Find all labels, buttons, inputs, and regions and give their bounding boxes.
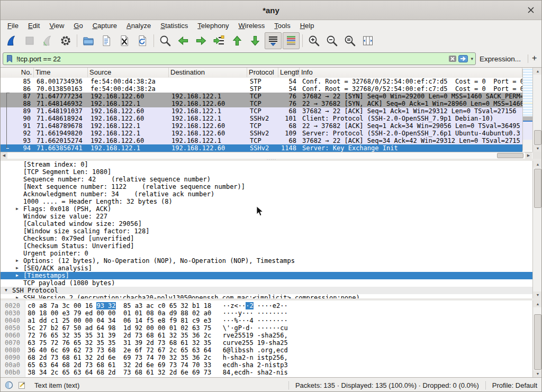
open-file-button[interactable] <box>80 32 97 49</box>
column-header-length[interactable]: Length <box>278 68 300 77</box>
scroll-down-arrow[interactable]: ▼ <box>533 145 542 152</box>
hex-row[interactable]: 0070 63 75 72 76 65 32 35 35 31 39 2d 73… <box>1 339 542 347</box>
packet-row[interactable]: 8971.648191037192.168.122.60192.168.122.… <box>1 107 522 115</box>
detail-row[interactable]: [Stream index: 0] <box>1 161 542 168</box>
status-profile[interactable]: Profile: Default <box>485 381 537 389</box>
display-filter-input[interactable]: !tcp.port == 22 ▾ <box>3 52 476 65</box>
hex-row[interactable]: 00b0 38 34 2c 65 63 64 68 2d 73 68 61 32… <box>1 369 542 376</box>
scroll-thumb[interactable] <box>534 169 541 208</box>
colorize-toggle-button[interactable] <box>283 32 300 49</box>
detail-row[interactable]: [Calculated window size: 29056] <box>1 220 542 227</box>
scroll-right-arrow[interactable]: ▶ <box>525 152 532 159</box>
zoom-out-button[interactable] <box>323 32 340 49</box>
zoom-in-button[interactable] <box>305 32 322 49</box>
scroll-thumb[interactable] <box>534 130 541 145</box>
menu-statistics[interactable]: Statistics <box>156 21 193 31</box>
close-icon[interactable] <box>527 6 535 14</box>
column-header-protocol[interactable]: Protocol <box>247 68 278 77</box>
menu-capture[interactable]: Capture <box>88 21 122 31</box>
packet-list-scrollbar[interactable]: ▲ ▼ <box>532 68 542 152</box>
hex-row[interactable]: 0080 36 40 6c 69 62 73 73 68 2e 6f 72 67… <box>1 347 542 354</box>
detail-row[interactable]: ▶Options: (12 bytes), No-Operation (NOP)… <box>1 257 542 265</box>
titlebar[interactable]: *any <box>1 1 541 20</box>
column-header-destination[interactable]: Destination <box>169 68 247 77</box>
menu-go[interactable]: Go <box>69 21 87 31</box>
expand-arrow-icon[interactable]: ▶ <box>16 294 23 298</box>
scroll-thumb[interactable] <box>534 314 541 370</box>
detail-row[interactable]: TCP payload (1080 bytes) <box>1 279 542 287</box>
hex-row[interactable]: 00a0 65 63 64 68 2d 73 68 61 32 2d 6e 69… <box>1 361 542 369</box>
scroll-up-arrow[interactable]: ▲ <box>533 161 542 168</box>
scroll-down-arrow[interactable]: ▼ <box>533 291 542 298</box>
detail-row[interactable]: ▶[Timestamps] <box>1 272 542 279</box>
menu-wireless[interactable]: Wireless <box>234 21 270 31</box>
menu-telephony[interactable]: Telephony <box>193 21 233 31</box>
hex-row[interactable]: 0090 68 2d 73 68 61 32 2d 6e 69 73 74 70… <box>1 354 542 361</box>
details-scrollbar[interactable]: ▲ ▼ <box>532 161 542 298</box>
column-header-time[interactable]: Time <box>34 68 88 77</box>
scroll-up-arrow[interactable]: ▲ <box>533 300 542 307</box>
detail-row[interactable]: Urgent pointer: 0 <box>1 250 542 257</box>
add-filter-button[interactable]: + <box>532 53 537 63</box>
packet-row[interactable]: 9071.648618924192.168.122.60192.168.122.… <box>1 115 522 122</box>
capture-comment-icon[interactable] <box>17 381 26 389</box>
detail-row[interactable]: [Next sequence number: 1122 (relative se… <box>1 183 542 190</box>
restart-capture-button[interactable] <box>39 32 56 49</box>
close-file-button[interactable] <box>116 32 133 49</box>
packet-row[interactable]: 9271.661949820192.168.122.1192.168.122.6… <box>1 130 522 137</box>
detail-row[interactable]: [Window size scaling factor: 128] <box>1 227 542 235</box>
scroll-down-arrow[interactable]: ▼ <box>533 370 542 377</box>
packet-row[interactable]: 8871.648146932192.168.122.1192.168.122.6… <box>1 100 522 107</box>
menu-help[interactable]: Help <box>295 21 319 31</box>
expand-arrow-icon[interactable]: ▶ <box>16 205 23 213</box>
detail-row[interactable]: [Checksum Status: Unverified] <box>1 242 542 250</box>
hex-row[interactable]: 0040 a1 dd c1 25 00 00 04 34 06 14 f5 e8… <box>1 317 542 324</box>
hex-row[interactable]: 0020 c0 a8 7a 3c 00 16 93 32 85 a3 ac c0… <box>1 302 542 309</box>
packet-row[interactable]: 9171.648789678192.168.122.1192.168.122.6… <box>1 122 522 130</box>
detail-row[interactable]: Window size value: 227 <box>1 213 542 220</box>
packet-row[interactable]: 9471.663856741192.168.122.1192.168.122.6… <box>1 144 522 152</box>
menu-file[interactable]: File <box>3 21 23 31</box>
auto-scroll-toggle-button[interactable] <box>265 32 282 49</box>
packet-row[interactable]: 9371.662015274192.168.122.60192.168.122.… <box>1 137 522 144</box>
column-header-no[interactable]: No. <box>1 68 34 77</box>
menu-view[interactable]: View <box>44 21 69 31</box>
hex-row[interactable]: 0060 72 76 65 32 35 35 31 39 2d 73 68 61… <box>1 332 542 339</box>
resize-columns-button[interactable] <box>359 32 376 49</box>
scroll-left-arrow[interactable]: ◀ <box>1 152 7 159</box>
menu-edit[interactable]: Edit <box>23 21 44 31</box>
column-header-source[interactable]: Source <box>88 68 169 77</box>
reload-file-button[interactable] <box>134 32 151 49</box>
collapse-arrow-icon[interactable]: ▼ <box>5 287 12 294</box>
clear-filter-button[interactable] <box>448 54 457 63</box>
hex-row[interactable]: 0050 5c 27 b2 67 50 ad 64 98 1d 92 00 00… <box>1 324 542 332</box>
scroll-up-arrow[interactable]: ▲ <box>533 68 542 75</box>
filter-dropdown-caret[interactable]: ▾ <box>471 56 473 61</box>
hscroll-thumb[interactable] <box>497 153 523 158</box>
bookmark-icon[interactable] <box>5 54 14 63</box>
next-packet-button[interactable] <box>193 32 210 49</box>
start-capture-button[interactable] <box>3 32 20 49</box>
expand-arrow-icon[interactable]: ▶ <box>16 257 23 265</box>
column-header-info[interactable]: Info <box>300 68 522 77</box>
bytes-scrollbar[interactable]: ▲ ▼ <box>532 300 542 377</box>
detail-row[interactable]: Acknowledgment number: 34 (relative ack … <box>1 190 542 198</box>
first-packet-button[interactable] <box>229 32 246 49</box>
detail-row[interactable]: ▶Flags: 0x018 (PSH, ACK) <box>1 205 542 213</box>
packet-row[interactable]: 8568.001734936fe:54:00:d4:38:2aSTP54Conf… <box>1 78 522 85</box>
menu-tools[interactable]: Tools <box>269 21 295 31</box>
stop-capture-button[interactable] <box>21 32 38 49</box>
expression-button[interactable]: Expression... <box>480 55 521 63</box>
packet-row[interactable]: 8670.013850163fe:54:00:d4:38:2aSTP54Conf… <box>1 85 522 93</box>
expand-arrow-icon[interactable]: ▶ <box>16 272 23 279</box>
expert-info-icon[interactable] <box>5 381 13 389</box>
hex-row[interactable]: 0030 80 18 00 e3 79 ed 00 00 01 01 08 0a… <box>1 309 542 317</box>
last-packet-button[interactable] <box>247 32 264 49</box>
previous-packet-button[interactable] <box>175 32 192 49</box>
apply-filter-button[interactable] <box>457 54 468 63</box>
detail-row[interactable]: [TCP Segment Len: 1080] <box>1 168 542 176</box>
go-to-packet-button[interactable] <box>211 32 228 49</box>
packet-minimap[interactable] <box>522 69 532 151</box>
capture-options-button[interactable] <box>57 32 74 49</box>
menu-analyze[interactable]: Analyze <box>122 21 156 31</box>
